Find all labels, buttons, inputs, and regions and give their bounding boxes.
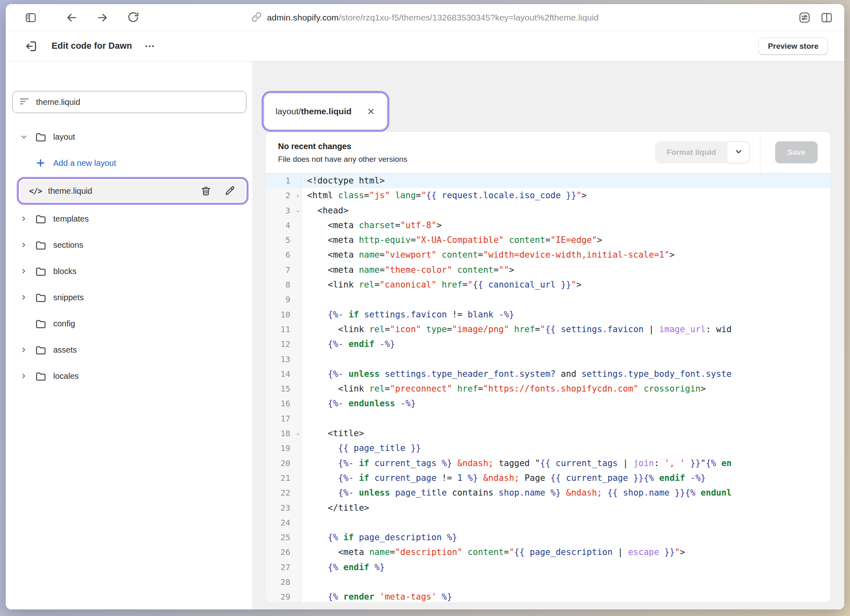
chevron-right-icon[interactable] xyxy=(20,215,28,222)
code-line-text[interactable] xyxy=(301,352,830,367)
browser-settings-icon[interactable] xyxy=(797,10,812,25)
sidebar-folder-layout[interactable]: layout xyxy=(6,124,252,150)
chevron-right-icon[interactable] xyxy=(20,267,28,275)
code-line-text[interactable]: {% endif %} xyxy=(301,560,830,575)
line-number[interactable]: 16 xyxy=(266,396,301,411)
chevron-right-icon[interactable] xyxy=(20,372,28,380)
code-line[interactable]: 27 {% endif %} xyxy=(266,560,830,575)
code-line[interactable]: 1<!doctype html> xyxy=(266,173,830,188)
code-line[interactable]: 6 <meta name="viewport" content="width=d… xyxy=(266,247,830,262)
sidebar-folder-templates[interactable]: templates xyxy=(6,206,252,232)
line-number[interactable]: 11 xyxy=(266,322,301,337)
line-number[interactable]: 21 xyxy=(266,471,301,485)
code-line-text[interactable]: <meta http-equiv="X-UA-Compatible" conte… xyxy=(301,233,830,247)
code-line[interactable]: 3⌄ <head> xyxy=(266,203,830,218)
more-actions-button[interactable]: ••• xyxy=(145,43,156,50)
code-line[interactable]: 17 xyxy=(266,411,830,426)
code-line-text[interactable] xyxy=(301,515,830,530)
code-line-text[interactable]: {%- endif -%} xyxy=(301,337,830,351)
code-line-text[interactable]: {%- if current_page != 1 %} &ndash; Page… xyxy=(301,471,830,485)
code-line-text[interactable]: {% if page_description %} xyxy=(301,530,830,545)
sidebar-folder-config[interactable]: config xyxy=(6,310,252,337)
exit-icon[interactable] xyxy=(22,37,40,55)
line-number[interactable]: 2⌄ xyxy=(266,188,301,203)
code-line[interactable]: 2⌄<html class="js" lang="{{ request.loca… xyxy=(266,188,830,203)
line-number[interactable]: 22 xyxy=(266,485,301,500)
preview-store-button[interactable]: Preview store xyxy=(758,38,828,55)
code-line-text[interactable]: <meta name="description" content="{{ pag… xyxy=(301,545,830,559)
sidebar-folder-blocks[interactable]: blocks xyxy=(6,258,252,284)
line-number[interactable]: 3⌄ xyxy=(266,203,301,218)
code-line-text[interactable]: {{ page_title }} xyxy=(301,441,830,455)
code-line[interactable]: 26 <meta name="description" content="{{ … xyxy=(266,545,830,559)
line-number[interactable]: 27 xyxy=(266,560,301,575)
line-number[interactable]: 28 xyxy=(266,575,301,589)
back-icon[interactable] xyxy=(64,10,79,25)
line-number[interactable]: 14 xyxy=(266,367,301,381)
line-number[interactable]: 9 xyxy=(266,292,301,307)
forward-icon[interactable] xyxy=(95,10,110,25)
save-button[interactable]: Save xyxy=(775,141,818,163)
code-line[interactable]: 29 {% render 'meta-tags' %} xyxy=(266,589,830,602)
line-number[interactable]: 17 xyxy=(266,411,301,426)
close-tab-icon[interactable] xyxy=(366,107,375,116)
code-line-text[interactable]: <link rel="preconnect" href="https://fon… xyxy=(301,381,830,396)
line-number[interactable]: 25 xyxy=(266,530,301,545)
code-line[interactable]: 25 {% if page_description %} xyxy=(266,530,830,545)
code-line[interactable]: 9 xyxy=(266,292,830,307)
chevron-right-icon[interactable] xyxy=(20,294,28,301)
code-line-text[interactable]: </title> xyxy=(301,500,830,515)
fold-chevron-icon[interactable]: ⌄ xyxy=(296,192,300,198)
code-line[interactable]: 8 <link rel="canonical" href="{{ canonic… xyxy=(266,277,830,292)
code-line-text[interactable]: <link rel="canonical" href="{{ canonical… xyxy=(301,277,830,292)
chevron-right-icon[interactable] xyxy=(20,346,28,353)
sidebar-file-theme-liquid[interactable]: </> theme.liquid xyxy=(20,180,245,202)
code-line[interactable]: 16 {%- endunless -%} xyxy=(266,396,830,411)
code-line-text[interactable]: <title> xyxy=(301,426,830,441)
code-line-text[interactable]: {%- unless page_title contains shop.name… xyxy=(301,485,830,500)
code-line-text[interactable]: <link rel="icon" type="image/png" href="… xyxy=(301,322,830,337)
code-line[interactable]: 4 <meta charset="utf-8"> xyxy=(266,218,830,233)
code-line-text[interactable]: {%- endunless -%} xyxy=(301,396,830,411)
sidebar-toggle-icon[interactable] xyxy=(23,10,38,25)
reload-icon[interactable] xyxy=(125,10,141,25)
code-line-text[interactable]: {%- if settings.favicon != blank -%} xyxy=(301,307,830,322)
line-number[interactable]: 18⌄ xyxy=(266,426,301,441)
code-line[interactable]: 19 {{ page_title }} xyxy=(266,441,830,455)
line-number[interactable]: 20 xyxy=(266,456,301,471)
chevron-down-icon[interactable] xyxy=(20,133,28,141)
line-number[interactable]: 29 xyxy=(266,589,301,602)
format-liquid-button[interactable]: Format liquid xyxy=(655,141,727,163)
tab-layout-theme-liquid[interactable]: layout/theme.liquid xyxy=(265,94,386,129)
code-line[interactable]: 12 {%- endif -%} xyxy=(266,337,830,351)
code-line-text[interactable]: <meta charset="utf-8"> xyxy=(301,218,830,233)
code-line[interactable]: 24 xyxy=(266,515,830,530)
line-number[interactable]: 19 xyxy=(266,441,301,455)
line-number[interactable]: 1 xyxy=(266,173,301,188)
line-number[interactable]: 26 xyxy=(266,545,301,559)
code-line[interactable]: 28 xyxy=(266,575,830,589)
sidebar-folder-assets[interactable]: assets xyxy=(6,337,252,363)
code-line-text[interactable]: <meta name="theme-color" content=""> xyxy=(301,263,830,277)
code-line[interactable]: 22 {%- unless page_title contains shop.n… xyxy=(266,485,830,500)
line-number[interactable]: 13 xyxy=(266,352,301,367)
line-number[interactable]: 24 xyxy=(266,515,301,530)
code-line-text[interactable]: <html class="js" lang="{{ request.locale… xyxy=(301,188,830,203)
line-number[interactable]: 4 xyxy=(266,218,301,233)
code-line[interactable]: 18⌄ <title> xyxy=(266,426,830,441)
code-line-text[interactable]: <meta name="viewport" content="width=dev… xyxy=(301,247,830,262)
line-number[interactable]: 10 xyxy=(266,307,301,322)
fold-chevron-icon[interactable]: ⌄ xyxy=(296,430,300,436)
line-number[interactable]: 5 xyxy=(266,233,301,247)
code-editor[interactable]: 1<!doctype html>2⌄<html class="js" lang=… xyxy=(266,173,830,602)
fold-chevron-icon[interactable]: ⌄ xyxy=(296,207,300,213)
code-line[interactable]: 11 <link rel="icon" type="image/png" hre… xyxy=(266,322,830,337)
code-line[interactable]: 23 </title> xyxy=(266,500,830,515)
line-number[interactable]: 8 xyxy=(266,277,301,292)
code-line-text[interactable]: {%- unless settings.type_header_font.sys… xyxy=(301,367,830,381)
code-line-text[interactable]: <!doctype html> xyxy=(301,173,830,188)
line-number[interactable]: 15 xyxy=(266,381,301,396)
rename-file-icon[interactable] xyxy=(224,185,235,197)
line-number[interactable]: 7 xyxy=(266,263,301,277)
add-new-layout-button[interactable]: Add a new layout xyxy=(6,150,252,176)
